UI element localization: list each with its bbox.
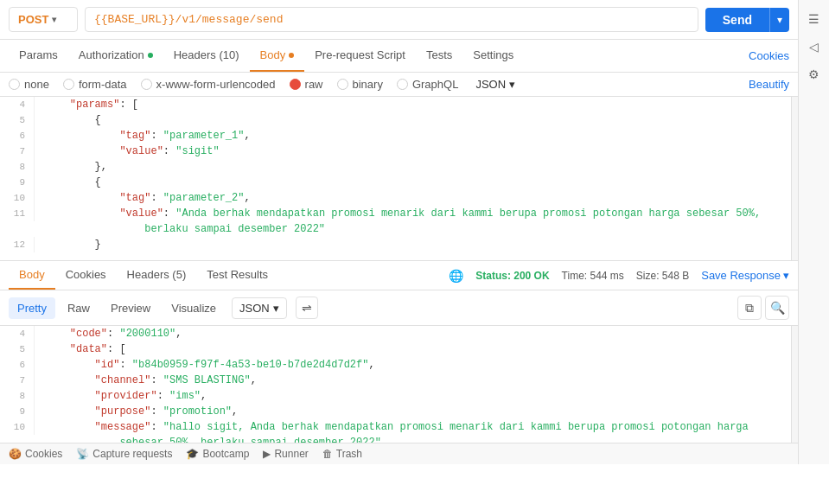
response-json-selector[interactable]: JSON ▾	[232, 297, 287, 319]
code-line-9: 9 {	[0, 175, 798, 190]
code-line-6: 6 "tag": "parameter_1",	[0, 128, 798, 144]
response-tab-body[interactable]: Body	[9, 261, 55, 290]
cookies-link[interactable]: Cookies	[749, 49, 789, 62]
body-type-urlencoded[interactable]: x-www-form-urlencoded	[141, 78, 276, 91]
status-area: 🌐 Status: 200 OK Time: 544 ms Size: 548 …	[449, 269, 789, 283]
resp-code-line-7: 7 "channel": "SMS BLASTING",	[0, 373, 798, 388]
right-icon-back[interactable]: ◁	[802, 35, 826, 59]
response-action-icons: ⧉ 🔍	[737, 296, 789, 320]
search-response-button[interactable]: 🔍	[765, 296, 789, 320]
request-code-editor[interactable]: 4 "params": [ 5 { 6 "tag": "parameter_1"…	[0, 97, 798, 261]
resp-code-line-4: 4 "code": "2000110",	[0, 326, 798, 341]
urlencoded-radio	[141, 79, 152, 90]
method-chevron: ▾	[52, 15, 56, 24]
tab-pre-request[interactable]: Pre-request Script	[304, 40, 416, 72]
tab-settings[interactable]: Settings	[462, 40, 524, 72]
response-tab-test-results[interactable]: Test Results	[196, 261, 278, 290]
code-line-7: 7 "value": "sigit"	[0, 144, 798, 159]
right-sidebar: ☰ ◁ ⚙	[798, 0, 829, 464]
resp-code-line-5: 5 "data": [	[0, 341, 798, 357]
response-json-label: JSON	[239, 302, 270, 315]
status-globe-icon: 🌐	[449, 269, 463, 283]
binary-radio	[337, 79, 348, 90]
method-select[interactable]: POST ▾	[9, 7, 78, 32]
bottom-trash[interactable]: 🗑 Trash	[322, 448, 362, 460]
word-wrap-button[interactable]: ⇌	[296, 297, 318, 319]
resp-code-line-8: 8 "provider": "ims",	[0, 388, 798, 404]
code-line-12: 12 }	[0, 237, 798, 252]
code-line-4: 4 "params": [	[0, 97, 798, 112]
right-icon-settings[interactable]: ⚙	[802, 62, 826, 86]
bottom-status-bar: 🍪 Cookies 📡 Capture requests 🎓 Bootcamp …	[0, 443, 798, 464]
response-tab-cookies[interactable]: Cookies	[55, 261, 117, 290]
resp-code-line-6: 6 "id": "b84b0959-f97f-4a53-be10-b7de2d4…	[0, 357, 798, 373]
tab-tests[interactable]: Tests	[416, 40, 462, 72]
copy-response-button[interactable]: ⧉	[737, 296, 762, 320]
tab-body[interactable]: Body	[250, 40, 305, 72]
body-type-none[interactable]: none	[9, 78, 49, 91]
method-label: POST	[18, 13, 48, 26]
right-icon-menu[interactable]: ☰	[802, 7, 826, 31]
bootcamp-icon: 🎓	[186, 448, 199, 460]
save-response-button[interactable]: Save Response ▾	[701, 269, 789, 282]
body-type-form-data[interactable]: form-data	[63, 78, 127, 91]
bottom-capture[interactable]: 📡 Capture requests	[76, 448, 172, 460]
status-time: Time: 544 ms	[562, 270, 624, 282]
code-line-5: 5 {	[0, 112, 798, 128]
send-dropdown-button[interactable]: ▾	[769, 8, 789, 32]
body-type-raw[interactable]: raw	[290, 78, 323, 91]
tab-authorization[interactable]: Authorization	[68, 40, 163, 72]
trash-icon: 🗑	[322, 448, 333, 460]
bottom-runner[interactable]: ▶ Runner	[263, 448, 308, 460]
capture-icon: 📡	[76, 448, 89, 460]
tab-params[interactable]: Params	[9, 40, 68, 72]
save-response-chevron: ▾	[783, 269, 789, 282]
code-line-8: 8 },	[0, 159, 798, 175]
response-tabs-bar: Body Cookies Headers (5) Test Results 🌐 …	[0, 261, 798, 290]
authorization-dot	[148, 53, 153, 58]
format-tab-pretty[interactable]: Pretty	[9, 297, 55, 319]
body-type-binary[interactable]: binary	[337, 78, 383, 91]
body-type-graphql[interactable]: GraphQL	[397, 78, 458, 91]
code-line-11: 11 "value": "Anda berhak mendapatkan pro…	[0, 206, 798, 237]
resp-code-line-9: 9 "purpose": "promotion",	[0, 404, 798, 419]
tab-headers[interactable]: Headers (10)	[163, 40, 250, 72]
response-tab-headers[interactable]: Headers (5)	[117, 261, 197, 290]
response-format-bar: Pretty Raw Preview Visualize JSON ▾ ⇌ ⧉ …	[0, 290, 798, 326]
url-bar: POST ▾ Send ▾	[0, 0, 798, 40]
format-tab-raw[interactable]: Raw	[59, 297, 99, 319]
cookies-icon: 🍪	[9, 448, 22, 460]
json-chevron: ▾	[509, 78, 515, 91]
url-input[interactable]	[85, 7, 698, 32]
runner-icon: ▶	[263, 448, 271, 460]
bottom-cookies[interactable]: 🍪 Cookies	[9, 448, 62, 460]
format-tab-visualize[interactable]: Visualize	[163, 297, 225, 319]
send-button[interactable]: Send	[705, 8, 769, 32]
code-line-10: 10 "tag": "parameter_2",	[0, 190, 798, 206]
response-json-chevron: ▾	[273, 302, 279, 315]
status-ok-label: Status: 200 OK	[475, 270, 549, 282]
form-data-radio	[63, 79, 74, 90]
format-tab-preview[interactable]: Preview	[102, 297, 159, 319]
send-button-group: Send ▾	[705, 8, 789, 32]
body-dot	[289, 53, 294, 58]
status-size: Size: 548 B	[636, 270, 689, 282]
nav-right: Cookies	[749, 49, 789, 62]
body-type-bar: none form-data x-www-form-urlencoded raw…	[0, 73, 798, 97]
none-radio	[9, 79, 20, 90]
beautify-button[interactable]: Beautify	[749, 78, 789, 91]
scrollbar[interactable]	[791, 97, 798, 260]
raw-radio	[290, 79, 301, 90]
bottom-bootcamp[interactable]: 🎓 Bootcamp	[186, 448, 249, 460]
json-type-selector[interactable]: JSON ▾	[475, 78, 515, 91]
graphql-radio	[397, 79, 408, 90]
request-nav-tabs: Params Authorization Headers (10) Body P…	[0, 40, 798, 73]
